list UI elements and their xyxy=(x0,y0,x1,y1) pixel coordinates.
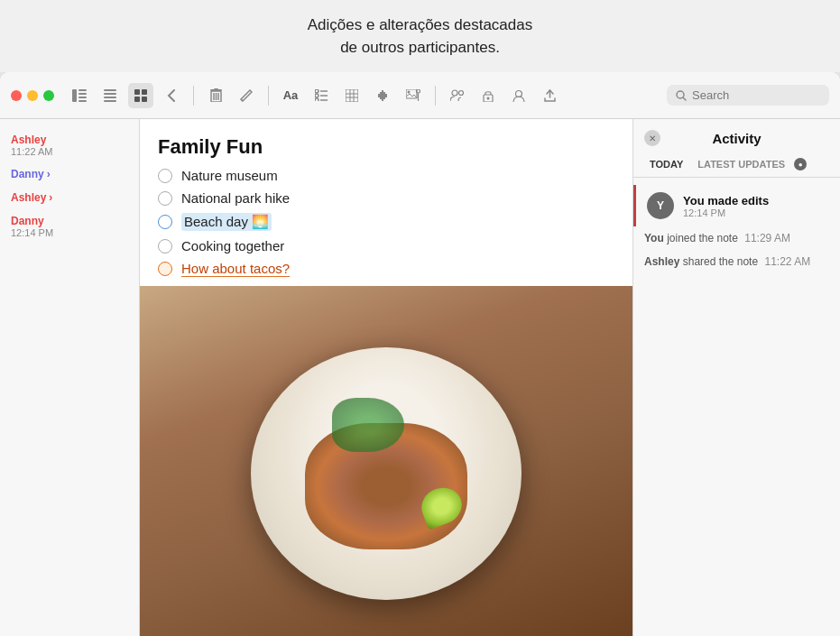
people-manage-button[interactable] xyxy=(506,83,531,108)
back-button[interactable] xyxy=(159,83,184,108)
note-editor: Family Fun Nature museum National park h… xyxy=(140,119,632,636)
checkbox-1[interactable] xyxy=(158,169,172,183)
activity-time-shared: 11:22 AM xyxy=(764,255,810,268)
activity-entry-shared: Ashley shared the note 11:22 AM xyxy=(633,250,840,273)
svg-rect-25 xyxy=(346,89,358,102)
note-item-3[interactable]: Beach day 🌅 xyxy=(158,213,614,231)
note-item-4[interactable]: Cooking together xyxy=(158,238,614,253)
activity-time-joined: 11:29 AM xyxy=(744,232,790,244)
activity-header: ✕ Activity xyxy=(633,119,840,152)
svg-point-41 xyxy=(452,90,457,96)
note-item-text-1: Nature museum xyxy=(181,168,278,183)
svg-rect-10 xyxy=(142,89,147,95)
svg-rect-8 xyxy=(104,100,116,102)
activity-action-edits: You made edits xyxy=(683,194,829,207)
activity-entries: Y You made edits 12:14 PM You joined the… xyxy=(633,178,840,636)
search-icon xyxy=(676,90,687,101)
note-item-text-5: How about tacos? xyxy=(181,261,290,277)
svg-rect-4 xyxy=(78,100,87,102)
maximize-traffic-light[interactable] xyxy=(43,90,54,101)
toolbar-divider-2 xyxy=(268,86,269,106)
note-item-text-3: Beach day 🌅 xyxy=(181,213,272,231)
checkbox-5[interactable] xyxy=(158,262,172,276)
svg-rect-0 xyxy=(72,89,77,102)
sidebar-item-ashley-2[interactable]: Ashley › xyxy=(0,186,139,209)
checkbox-2[interactable] xyxy=(158,191,172,206)
svg-point-21 xyxy=(315,98,318,101)
grid-view-button[interactable] xyxy=(128,83,153,108)
note-item-text-4: Cooking together xyxy=(181,238,284,253)
activity-entry-edits[interactable]: Y You made edits 12:14 PM xyxy=(633,185,840,226)
toolbar-divider-1 xyxy=(193,86,194,106)
svg-rect-5 xyxy=(104,89,116,91)
search-input[interactable] xyxy=(692,88,818,102)
svg-point-19 xyxy=(315,89,318,93)
tab-today[interactable]: TODAY xyxy=(644,155,688,173)
svg-point-42 xyxy=(459,91,464,96)
svg-point-38 xyxy=(408,91,411,94)
delete-button[interactable] xyxy=(203,83,228,108)
svg-rect-9 xyxy=(134,89,140,95)
share-people-button[interactable] xyxy=(445,83,470,108)
list-view-button[interactable] xyxy=(97,83,123,108)
sidebar-toggle-button[interactable] xyxy=(67,83,92,108)
table-button[interactable] xyxy=(339,83,365,108)
sidebar-name-ashley-1: Ashley xyxy=(11,134,128,146)
activity-close-button[interactable]: ✕ xyxy=(644,130,660,146)
tooltip-line1: Adições e alterações destacadas xyxy=(308,16,533,33)
app-window: Aa xyxy=(0,72,840,636)
activity-tabs: TODAY LATEST UPDATES ● xyxy=(633,152,840,178)
note-item-2[interactable]: National park hike xyxy=(158,190,614,206)
chevron-right-icon: › xyxy=(47,168,51,180)
search-box[interactable] xyxy=(667,85,829,106)
svg-rect-6 xyxy=(104,93,116,95)
note-checklist: Nature museum National park hike Beach d… xyxy=(140,168,632,277)
minimize-traffic-light[interactable] xyxy=(27,90,38,101)
text-format-button[interactable]: Aa xyxy=(278,83,303,108)
lock-button[interactable] xyxy=(475,83,501,108)
audio-button[interactable] xyxy=(370,83,395,108)
edit-button[interactable] xyxy=(234,83,259,108)
note-item-5[interactable]: How about tacos? xyxy=(158,261,614,277)
svg-point-44 xyxy=(487,97,490,99)
svg-rect-7 xyxy=(104,97,116,98)
tooltip: Adições e alterações destacadas de outro… xyxy=(0,0,840,72)
sidebar-item-ashley-1[interactable]: Ashley 11:22 AM xyxy=(0,128,139,162)
sidebar-name-danny-2: Danny xyxy=(11,215,128,227)
svg-rect-37 xyxy=(406,89,417,98)
sidebar-time-ashley-1: 11:22 AM xyxy=(11,146,128,157)
activity-action-joined: joined the note xyxy=(667,232,738,244)
sidebar-name-ashley-2: Ashley › xyxy=(11,191,128,204)
activity-actor-shared: Ashley xyxy=(644,255,679,268)
note-item-1[interactable]: Nature museum xyxy=(158,168,614,183)
notes-sidebar: Ashley 11:22 AM Danny › Ashley › Danny xyxy=(0,119,140,636)
traffic-lights xyxy=(11,90,54,101)
note-title: Family Fun xyxy=(140,119,632,168)
tab-latest[interactable]: LATEST UPDATES xyxy=(692,155,790,173)
activity-entry-joined: You joined the note 11:29 AM xyxy=(633,226,840,250)
tooltip-line2: de outros participantes. xyxy=(340,39,500,56)
activity-time-edits: 12:14 PM xyxy=(683,207,829,218)
activity-actor-joined: You xyxy=(644,232,664,244)
svg-rect-2 xyxy=(78,93,87,95)
note-food-image xyxy=(140,286,632,636)
checklist-button[interactable] xyxy=(309,83,334,108)
activity-action-shared: shared the note xyxy=(683,255,758,268)
activity-info-edits: You made edits 12:14 PM xyxy=(683,194,829,218)
checkbox-3[interactable] xyxy=(158,215,172,229)
sidebar-item-danny-1[interactable]: Danny › xyxy=(0,162,139,186)
checkbox-4[interactable] xyxy=(158,239,172,253)
sidebar-item-danny-2[interactable]: Danny 12:14 PM xyxy=(0,209,139,244)
note-item-text-2: National park hike xyxy=(181,190,290,206)
svg-rect-15 xyxy=(214,88,218,90)
svg-rect-3 xyxy=(78,97,87,98)
taco-plate xyxy=(251,347,522,600)
chevron-right-icon-2: › xyxy=(49,191,52,204)
export-button[interactable] xyxy=(537,83,562,108)
media-button[interactable] xyxy=(401,83,426,108)
food-garnish xyxy=(332,398,404,452)
toolbar-divider-3 xyxy=(435,86,436,106)
close-traffic-light[interactable] xyxy=(11,90,22,101)
activity-avatar-you: Y xyxy=(647,192,674,219)
sidebar-name-danny-1: Danny › xyxy=(11,168,128,180)
